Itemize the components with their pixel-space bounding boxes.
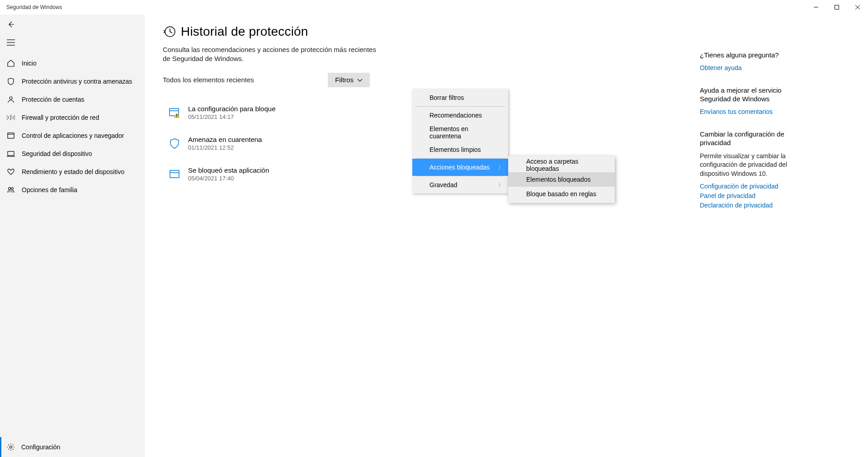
filter-severity[interactable]: Gravedad〉 (412, 176, 508, 193)
shield-icon (168, 137, 181, 150)
page-subtitle: Consulta las recomendaciones y acciones … (163, 45, 380, 64)
svg-point-13 (11, 188, 14, 190)
right-column: ¿Tienes alguna pregunta? Obtener ayuda A… (700, 51, 808, 223)
feedback-link[interactable]: Envíanos tus comentarios (700, 108, 808, 115)
sidebar-item-label: Firewall y protección de red (22, 114, 99, 121)
history-item-title: La configuración para bloque (188, 105, 275, 113)
window-title: Seguridad de Windows (6, 4, 62, 10)
sidebar-item-label: Protección antivirus y contra amenazas (22, 78, 132, 85)
heart-icon (6, 167, 15, 176)
home-icon (6, 59, 15, 68)
sidebar-item-family[interactable]: Opciones de familia (0, 181, 145, 199)
history-icon (163, 25, 176, 38)
submenu-rule-block[interactable]: Bloque basado en reglas (508, 187, 615, 201)
maximize-button[interactable] (826, 0, 847, 14)
chevron-down-icon (357, 76, 363, 84)
device-icon (6, 149, 15, 158)
svg-rect-1 (835, 5, 839, 9)
privacy-config-link[interactable]: Configuración de privacidad (700, 183, 808, 190)
history-item-title: Se bloqueó esta aplicación (188, 166, 269, 174)
app-icon (168, 168, 181, 180)
history-item-title: Amenaza en cuarentena (188, 136, 262, 143)
page-title: Historial de protección (181, 24, 308, 39)
filter-submenu: Acceso a carpetas bloqueadas Elementos b… (508, 156, 615, 203)
sidebar-item-firewall[interactable]: Firewall y protección de red (0, 108, 145, 127)
filter-recommendations[interactable]: Recomendaciones (412, 107, 508, 124)
sidebar-item-home[interactable]: Inicio (0, 54, 145, 72)
privacy-declaration-link[interactable]: Declaración de privacidad (700, 202, 808, 209)
app-warn-icon (168, 106, 181, 119)
svg-rect-20 (170, 170, 179, 178)
filter-blocked-actions[interactable]: Acciones bloqueadas〉 (412, 159, 508, 176)
sidebar-item-label: Inicio (22, 60, 37, 67)
app-icon (6, 131, 15, 140)
sidebar-item-label: Rendimiento y estado del dispositivo (22, 168, 124, 175)
sidebar-item-label: Opciones de familia (22, 186, 77, 193)
submenu-blocked-elements[interactable]: Elementos bloqueados (508, 172, 615, 187)
sidebar-item-account[interactable]: Protección de cuentas (0, 90, 145, 108)
history-item-date: 05/11/2021 14:17 (188, 113, 275, 120)
shield-icon (6, 77, 15, 86)
sidebar: Inicio Protección antivirus y contra ame… (0, 14, 145, 457)
window-controls (806, 0, 868, 14)
submenu-folder-access[interactable]: Acceso a carpetas bloqueadas (508, 158, 615, 172)
privacy-heading: Cambiar la configuración de privacidad (700, 130, 808, 147)
svg-point-19 (176, 117, 177, 117)
main-content: Historial de protección Consulta las rec… (145, 14, 868, 457)
history-item-date: 05/04/2021 17:40 (188, 175, 269, 182)
svg-rect-10 (8, 151, 14, 155)
chevron-right-icon: 〉 (498, 164, 504, 171)
sidebar-item-label: Control de aplicaciones y navegador (22, 132, 124, 139)
filter-button[interactable]: Filtros (328, 73, 370, 87)
svg-point-12 (9, 188, 11, 190)
filter-clean[interactable]: Elementos limpios (412, 141, 508, 158)
person-icon (6, 95, 15, 104)
titlebar: Seguridad de Windows (0, 0, 868, 14)
sidebar-item-app-control[interactable]: Control de aplicaciones y navegador (0, 127, 145, 145)
filter-clear[interactable]: Borrar filtros (412, 89, 508, 106)
help-heading: ¿Tienes alguna pregunta? (700, 51, 808, 60)
sidebar-item-antivirus[interactable]: Protección antivirus y contra amenazas (0, 72, 145, 90)
minimize-button[interactable] (806, 0, 826, 14)
filter-menu: Borrar filtros Recomendaciones Elementos… (412, 89, 508, 193)
hamburger-button[interactable] (0, 33, 22, 52)
sidebar-item-device-security[interactable]: Seguridad del dispositivo (0, 145, 145, 163)
svg-point-14 (10, 446, 12, 448)
recent-label: Todos los elementos recientes (163, 76, 254, 84)
filter-button-label: Filtros (335, 76, 354, 84)
sidebar-item-label: Seguridad del dispositivo (22, 150, 92, 157)
sidebar-item-label: Configuración (21, 443, 60, 451)
chevron-right-icon: 〉 (498, 181, 504, 189)
sidebar-item-performance[interactable]: Rendimiento y estado del dispositivo (0, 163, 145, 181)
family-icon (6, 185, 15, 194)
filter-quarantine[interactable]: Elementos en cuarentena (412, 124, 508, 141)
help-link[interactable]: Obtener ayuda (700, 64, 808, 71)
svg-rect-8 (8, 133, 14, 138)
back-button[interactable] (0, 15, 22, 33)
privacy-panel-link[interactable]: Panel de privacidad (700, 192, 808, 199)
gear-icon (6, 442, 16, 452)
improve-heading: Ayuda a mejorar el servicio Seguridad de… (700, 86, 808, 104)
privacy-text: Permite visualizar y cambiar la configur… (700, 152, 808, 179)
sidebar-item-label: Protección de cuentas (22, 96, 85, 103)
close-button[interactable] (847, 0, 868, 14)
network-icon (6, 113, 15, 122)
sidebar-item-settings[interactable]: Configuración (0, 437, 145, 457)
svg-point-7 (9, 97, 12, 99)
history-item-date: 01/11/2021 12:52 (188, 144, 262, 151)
